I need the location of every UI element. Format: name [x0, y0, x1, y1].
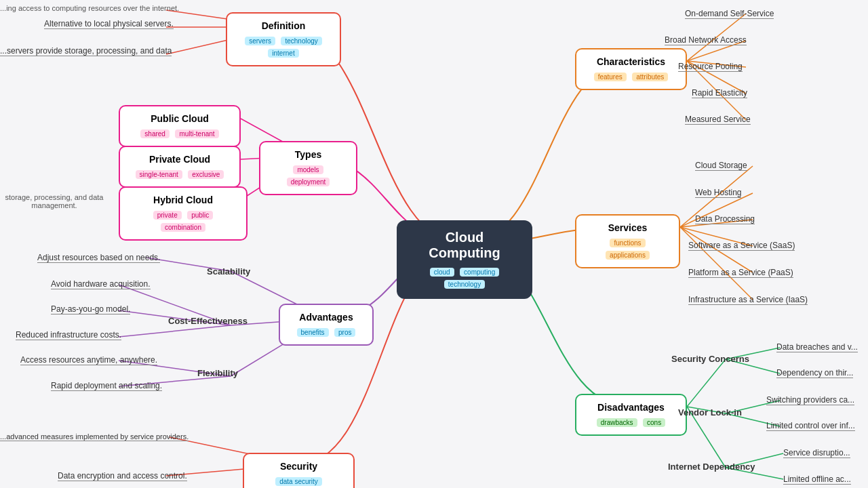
- tag-technology: technology: [281, 37, 321, 45]
- cost-title: Cost-Effectiveness: [168, 316, 248, 326]
- vendor-lockin-title: Vendor Lock-in: [678, 407, 742, 418]
- private-cloud-label: Private Cloud: [131, 154, 229, 165]
- svg-line-27: [680, 227, 753, 300]
- types-tags: models deployment: [271, 163, 345, 187]
- public-cloud-node: Public Cloud shared multi-tenant: [119, 105, 241, 147]
- svc-leaf-6: Infrastructure as a Service (IaaS): [688, 295, 808, 305]
- storage-text: storage, processing, and data management…: [0, 193, 108, 209]
- dis-leaf-4: Limited control over inf...: [766, 421, 855, 431]
- security-concerns-title: Security Concerns: [671, 354, 749, 364]
- tag-servers: servers: [245, 37, 275, 45]
- security-label: Security: [255, 461, 342, 472]
- def-leaf-3: ...ing access to computing resources ove…: [0, 4, 179, 12]
- flex-leaf-1: Access resources anytime, anywhere.: [20, 355, 157, 365]
- tag-multi-tenant: multi-tenant: [175, 129, 218, 138]
- dis-leaf-2: Dependency on thir...: [776, 368, 853, 378]
- tag-internet: internet: [268, 49, 298, 58]
- svc-leaf-1: Cloud Storage: [695, 161, 747, 171]
- security-node: Security data security protection: [243, 453, 355, 488]
- svc-leaf-3: Data Processing: [695, 214, 755, 224]
- hybrid-cloud-node: Hybrid Cloud private public combination: [119, 186, 248, 241]
- tag-technology: technology: [444, 280, 485, 289]
- security-tags: data security protection: [255, 474, 342, 488]
- char-leaf-4: Rapid Elasticity: [692, 88, 747, 98]
- cost-leaf-2: Pay-as-you-go model.: [51, 304, 130, 314]
- tag-exclusive: exclusive: [188, 170, 224, 179]
- advantages-label: Advantages: [291, 312, 361, 323]
- tag-cons: cons: [643, 418, 665, 427]
- svg-line-28: [687, 359, 726, 407]
- hybrid-cloud-tags: private public combination: [131, 208, 235, 232]
- characteristics-node: Characteristics features attributes: [575, 48, 687, 90]
- advantages-tags: benefits pros: [291, 325, 361, 338]
- flexibility-title: Flexibility: [197, 368, 238, 378]
- def-leaf-1: Alternative to local physical servers.: [44, 19, 174, 29]
- disadvantages-tags: drawbacks cons: [587, 415, 675, 428]
- tag-cloud: cloud: [430, 268, 454, 277]
- svc-leaf-5: Platform as a Service (PaaS): [688, 268, 793, 278]
- tag-pros: pros: [334, 328, 355, 337]
- definition-tags: servers technology internet: [238, 34, 329, 58]
- tag-private: private: [153, 211, 182, 220]
- char-leaf-3: Resource Pooling: [678, 62, 743, 72]
- services-tags: functions applications: [587, 236, 668, 260]
- def-leaf-2: ...servers provide storage, processing, …: [0, 46, 172, 56]
- cost-leaf-1: Avoid hardware acquisition.: [51, 279, 151, 289]
- services-node: Services functions applications: [575, 214, 680, 268]
- central-tags: cloud computing technology: [412, 265, 517, 289]
- scalability-title: Scalability: [207, 266, 250, 277]
- dis-leaf-1: Data breaches and v...: [776, 342, 858, 352]
- definition-node: Definition servers technology internet: [226, 12, 341, 66]
- public-cloud-label: Public Cloud: [131, 113, 229, 124]
- security-leaf-1: ...advanced measures implemented by serv…: [0, 432, 189, 441]
- dis-leaf-5: Service disruptio...: [783, 448, 850, 458]
- disadvantages-label: Disadvantages: [587, 402, 675, 413]
- tag-data-security: data security: [275, 477, 322, 486]
- svc-leaf-4: Software as a Service (SaaS): [688, 241, 795, 251]
- char-leaf-5: Measured Service: [685, 115, 751, 125]
- tag-attributes: attributes: [632, 73, 668, 81]
- tag-combination: combination: [161, 223, 205, 232]
- char-leaf-2: Broad Network Access: [665, 35, 747, 45]
- char-leaf-1: On-demand Self-Service: [685, 9, 774, 19]
- tag-features: features: [594, 73, 627, 81]
- central-node: Cloud Computing cloud computing technolo…: [397, 220, 532, 299]
- internet-dep-title: Internet Dependency: [668, 462, 755, 472]
- dis-leaf-3: Switching providers ca...: [766, 395, 854, 405]
- tag-public: public: [187, 211, 213, 220]
- types-node: Types models deployment: [259, 141, 357, 195]
- tag-drawbacks: drawbacks: [597, 418, 637, 427]
- tag-computing: computing: [460, 268, 499, 277]
- central-title: Cloud Computing: [412, 230, 517, 261]
- public-cloud-tags: shared multi-tenant: [131, 127, 229, 139]
- tag-shared: shared: [140, 129, 170, 138]
- services-label: Services: [587, 222, 668, 233]
- advantages-node: Advantages benefits pros: [279, 304, 374, 346]
- cost-leaf-3: Reduced infrastructure costs.: [16, 330, 121, 340]
- characteristics-tags: features attributes: [587, 70, 675, 82]
- hybrid-cloud-label: Hybrid Cloud: [131, 195, 235, 205]
- characteristics-label: Characteristics: [587, 56, 675, 67]
- disadvantages-node: Disadvantages drawbacks cons: [575, 394, 687, 436]
- tag-models: models: [293, 165, 323, 174]
- scalability-leaf-1: Adjust resources based on needs.: [37, 253, 160, 263]
- svc-leaf-2: Web Hosting: [695, 188, 741, 198]
- private-cloud-tags: single-tenant exclusive: [131, 167, 229, 180]
- tag-functions: functions: [610, 239, 645, 247]
- security-leaf-2: Data encryption and access control.: [58, 471, 187, 481]
- tag-single-tenant: single-tenant: [136, 170, 182, 179]
- tag-deployment: deployment: [287, 178, 330, 186]
- flex-leaf-2: Rapid deployment and scaling.: [51, 381, 162, 391]
- tag-benefits: benefits: [297, 328, 329, 337]
- definition-label: Definition: [238, 20, 329, 31]
- types-label: Types: [271, 149, 345, 160]
- dis-leaf-6: Limited offline ac...: [783, 474, 851, 485]
- tag-applications: applications: [606, 251, 650, 260]
- private-cloud-node: Private Cloud single-tenant exclusive: [119, 146, 241, 188]
- svg-line-11: [119, 325, 231, 337]
